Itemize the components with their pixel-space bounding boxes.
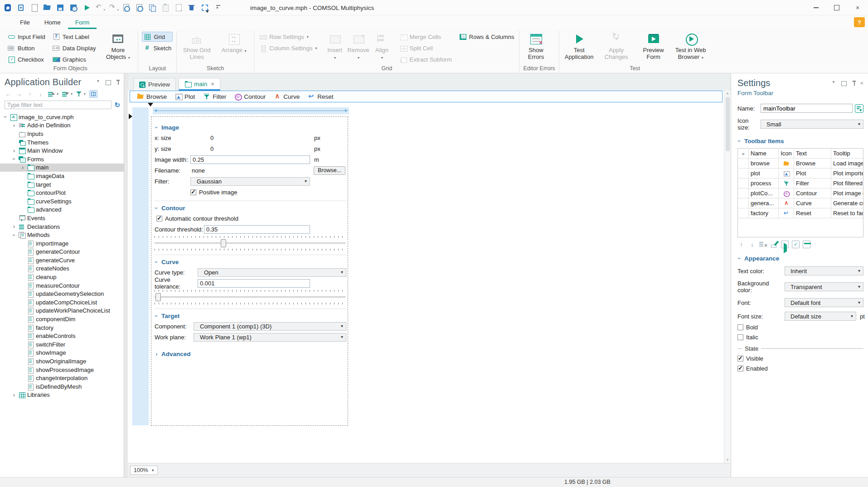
curve-tolerance-input[interactable] [198,279,310,288]
component-select[interactable]: Component 1 (comp1) (3D) [194,322,346,331]
ribbon-button[interactable]: Data Display [51,43,97,53]
help-button[interactable]: ? [854,17,865,27]
image-width-input[interactable] [190,155,310,164]
table-row[interactable]: browse Browse Load image... [738,159,863,169]
form-toolbar-button[interactable]: Filter [199,91,230,102]
pin-icon[interactable] [114,79,120,85]
tree-item[interactable]: showImage [0,349,124,357]
float-window-icon[interactable] [105,79,111,85]
ribbon-button[interactable]: Checkbox [6,54,47,64]
tree-item[interactable]: Inputs [0,130,124,138]
name-input[interactable] [761,104,853,113]
tree-item[interactable]: updateWorkPlaneChoiceList [0,307,124,315]
tree-item[interactable]: enableControls [0,332,124,340]
move-up-icon[interactable]: ↑ [737,241,745,248]
slider-thumb[interactable] [155,293,161,301]
add-toggle-item-icon[interactable] [792,241,800,248]
preview-file-icon[interactable] [122,4,130,12]
bold-checkbox[interactable] [737,324,743,330]
tree-item[interactable]: curveSettings [0,197,124,206]
move-up-icon[interactable]: ↑ [26,91,34,97]
new-file-icon[interactable] [30,4,38,12]
column-header[interactable]: Text [794,149,831,158]
positive-image-checkbox[interactable] [190,189,196,195]
float-window-icon[interactable] [841,80,847,86]
ribbon-button[interactable]: Arrange ▾ [218,32,250,54]
ribbon-button[interactable]: Test Application ▾ [563,32,596,60]
section-toolbar-items[interactable]: ›Toolbar Items [737,138,863,145]
forward-file-icon[interactable] [175,4,183,12]
column-header[interactable]: Icon [779,149,794,158]
ribbon-button[interactable]: Input Field [6,32,47,42]
section-advanced[interactable]: ›Advanced [155,349,346,359]
undo-icon[interactable] [96,4,104,12]
tree-item[interactable]: isDefinedByMesh [0,382,124,391]
tree-item[interactable]: imageData [0,172,124,180]
ribbon-button[interactable]: Show Errors [523,32,548,60]
scrollbar-thumb[interactable] [726,97,730,151]
tree-item[interactable]: changeInterpolation [0,374,124,382]
expand-arrow-icon[interactable] [11,392,17,398]
tree-item[interactable]: updateCompChoiceList [0,298,124,307]
run-icon[interactable] [82,4,91,12]
scroll-up-icon[interactable]: ˄ [726,92,728,96]
column-header[interactable]: Tooltip [831,149,863,158]
search-file-icon[interactable] [135,4,143,12]
browse-file-button[interactable]: Browse... [314,166,345,175]
slider-thumb[interactable] [221,239,226,247]
ribbon-button[interactable]: Graphics [51,54,97,64]
tree-item[interactable]: componentDim [0,315,124,323]
expand-arrow-icon[interactable] [20,165,25,170]
save-search-icon[interactable] [69,4,78,12]
close-panel-icon[interactable]: × [860,80,863,87]
tree-item[interactable]: updateGeometrySelection [0,289,124,298]
add-button-item-icon[interactable] [781,241,789,248]
vertical-scrollbar[interactable]: ˄˅ [724,91,731,463]
section-appearance[interactable]: ›Appearance [737,255,863,262]
tree-item[interactable]: image_to_curve.mph [0,113,124,121]
ribbon-button[interactable]: Apply Changes ▾ [600,32,633,60]
panel-splitter[interactable] [124,73,128,477]
tree-item[interactable]: Add-in Definition [0,121,124,130]
close-button[interactable]: × [847,0,868,15]
tree-item[interactable]: target [0,180,124,189]
ribbon-tab[interactable]: Home [37,17,68,29]
tree-item[interactable]: generateContour [0,248,124,256]
tree-item[interactable]: importImage [0,239,124,248]
ribbon-button[interactable]: Text Label [51,32,97,42]
copy-icon[interactable] [148,4,156,12]
contour-threshold-input[interactable] [204,225,310,234]
expand-all-icon[interactable] [48,91,55,97]
contour-threshold-slider[interactable] [155,235,346,251]
icon-size-select[interactable]: Small [761,120,863,129]
text-color-select[interactable]: Inherit [785,266,863,275]
ribbon-button[interactable]: Extract Subform [398,54,453,64]
ribbon-tab[interactable]: Form [68,17,97,29]
delete-item-icon[interactable] [759,241,767,248]
form-toolbar-button[interactable]: Plot [171,91,199,102]
ribbon-button[interactable]: Column Settings▾ [258,43,318,53]
edit-item-icon[interactable] [770,241,778,248]
table-row[interactable]: process Filter Plot filtered i... [738,178,863,188]
edit-source-icon[interactable] [855,104,863,113]
tab-preview[interactable]: Preview [133,78,176,91]
section-curve[interactable]: ›Curve [155,257,346,267]
close-tab-icon[interactable]: × [211,81,214,87]
tree-item[interactable]: factory [0,323,124,332]
form-toolbar-button[interactable]: Curve [270,91,304,102]
form-toolbar-button[interactable]: Reset [304,91,337,102]
auto-threshold-checkbox[interactable] [156,216,162,222]
comsol-logo-icon[interactable] [4,4,12,12]
section-target[interactable]: ›Target [155,311,346,321]
curve-tolerance-slider[interactable] [155,289,346,305]
tree-item[interactable]: generateCurve [0,256,124,265]
more-objects-button[interactable]: More Objects ▾ [102,32,134,61]
form-canvas[interactable]: Browse Plot Filter [128,91,731,477]
table-row[interactable]: plotCo... Contour Plot image c... [738,188,863,198]
minimize-button[interactable] [805,0,826,15]
ribbon-button[interactable]: Sketch [142,43,173,53]
column-header-strip[interactable] [153,107,349,114]
form-toolbar[interactable]: Browse Plot Filter [130,91,723,102]
select-region-icon[interactable] [201,4,209,12]
ribbon-button[interactable]: Insert▾ [323,32,347,61]
